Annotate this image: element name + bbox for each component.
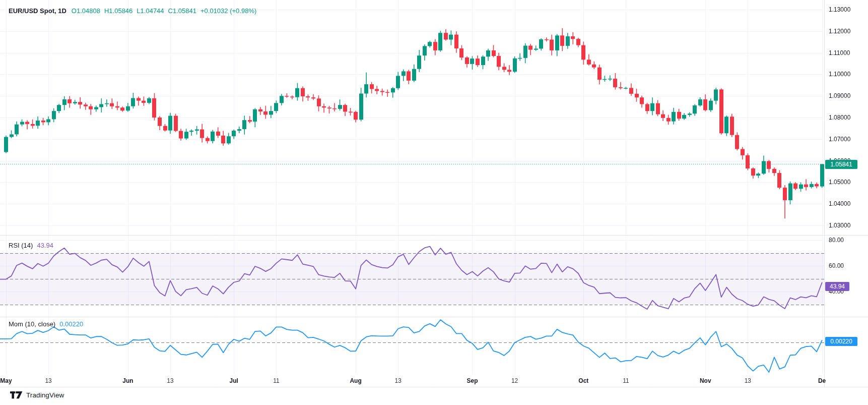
price-axis-label: 1.05000	[829, 178, 850, 186]
time-axis-label: De	[818, 375, 826, 386]
time-axis-label: Jun	[122, 375, 133, 386]
rsi-axis-label: 80.00	[829, 236, 844, 244]
time-axis-label: Aug	[350, 375, 361, 386]
tradingview-brand-text: TradingView	[26, 391, 64, 399]
time-axis-label: 13	[745, 375, 751, 386]
legend-close: C1.05841	[168, 7, 196, 15]
legend-open: O1.04808	[72, 7, 100, 15]
mom-label[interactable]: Mom (10, close)	[9, 320, 55, 328]
tradingview-logo-icon	[10, 391, 23, 399]
rsi-legend[interactable]: RSI (14)43.94	[9, 242, 53, 249]
chart-canvas[interactable]	[0, 0, 868, 387]
legend-low: L1.04744	[137, 7, 164, 15]
symbol-title[interactable]: EUR/USD Spot, 1D	[9, 7, 66, 15]
rsi-value: 43.94	[37, 242, 53, 249]
price-axis-label: 1.11000	[829, 49, 850, 57]
time-axis-label: 11	[623, 375, 629, 386]
mom-value: 0.00220	[59, 320, 83, 328]
tradingview-chart-widget: EUR/USD Spot, 1DO1.04808H1.05846L1.04744…	[0, 0, 868, 405]
price-axis-label: 1.04000	[829, 200, 850, 208]
legend-high: H1.05846	[104, 7, 132, 15]
rsi-axis-label: 60.00	[829, 262, 844, 270]
time-axis-label: Nov	[700, 375, 711, 386]
time-axis-label: 12	[511, 375, 518, 386]
price-axis-label: 1.12000	[829, 27, 850, 35]
time-axis-label: May	[0, 375, 12, 386]
price-axis-label: 1.08000	[829, 113, 850, 122]
price-axis-label: 1.13000	[829, 6, 850, 14]
price-axis-label: 1.07000	[829, 135, 850, 143]
rsi-label[interactable]: RSI (14)	[9, 242, 33, 249]
price-axis-label: 1.03000	[829, 221, 850, 229]
symbol-legend[interactable]: EUR/USD Spot, 1DO1.04808H1.05846L1.04744…	[9, 7, 260, 15]
time-axis-label: 11	[273, 375, 279, 386]
time-axis-label: 13	[45, 375, 51, 386]
time-axis-label: 13	[167, 375, 173, 386]
time-axis[interactable]: May13Jun13Jul11Aug13Sep12Oct11Nov13De	[0, 375, 868, 387]
time-axis-label: Oct	[578, 375, 588, 386]
tradingview-attribution[interactable]: TradingView	[10, 391, 64, 399]
price-axis-label: 1.09000	[829, 92, 850, 100]
last-price-badge: 1.05841	[825, 160, 857, 169]
time-axis-label: Sep	[466, 375, 478, 386]
time-axis-label: Jul	[230, 375, 238, 386]
legend-change: +0.01032 (+0.98%)	[201, 7, 256, 15]
price-axis-label: 1.10000	[829, 70, 850, 78]
rsi-value-badge: 43.94	[825, 282, 849, 291]
time-axis-label: 13	[395, 375, 402, 386]
mom-legend[interactable]: Mom (10, close)0.00220	[9, 320, 83, 328]
mom-value-badge: 0.00220	[825, 337, 857, 346]
